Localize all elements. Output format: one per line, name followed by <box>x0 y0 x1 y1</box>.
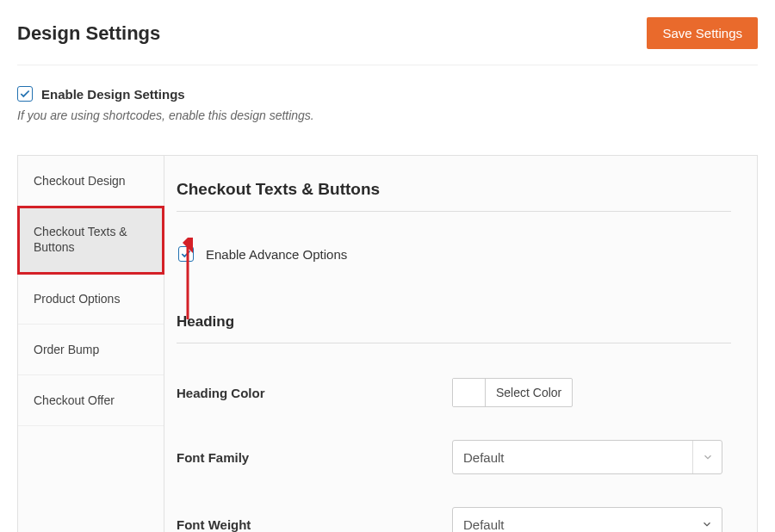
font-family-label: Font Family <box>177 450 452 465</box>
enable-advance-options-checkbox[interactable] <box>178 246 194 262</box>
heading-color-picker[interactable]: Select Color <box>452 378 573 407</box>
sidebar-item-product-options[interactable]: Product Options <box>18 274 164 325</box>
sidebar-item-checkout-offer[interactable]: Checkout Offer <box>18 375 164 426</box>
font-weight-label: Font Weight <box>177 517 452 532</box>
check-icon <box>19 88 31 100</box>
section-title: Checkout Texts & Buttons <box>177 180 731 212</box>
chevron-down-icon <box>692 441 722 473</box>
content-area: Checkout Texts & Buttons Enable Advance … <box>164 156 757 532</box>
settings-sidebar: Checkout Design Checkout Texts & Buttons… <box>18 156 164 532</box>
chevron-down-icon <box>692 508 722 532</box>
font-family-value: Default <box>463 450 505 465</box>
heading-color-label: Heading Color <box>177 386 452 400</box>
font-family-select[interactable]: Default <box>452 440 722 474</box>
select-color-button-label: Select Color <box>486 379 572 406</box>
enable-helper-text: If you are using shortcodes, enable this… <box>17 108 758 122</box>
sidebar-item-order-bump[interactable]: Order Bump <box>18 325 164 375</box>
settings-panel: Checkout Design Checkout Texts & Buttons… <box>17 155 758 532</box>
sidebar-item-checkout-design[interactable]: Checkout Design <box>18 156 164 207</box>
sidebar-item-checkout-texts-buttons[interactable]: Checkout Texts & Buttons <box>18 207 164 273</box>
page-title: Design Settings <box>17 22 160 45</box>
save-settings-button[interactable]: Save Settings <box>647 17 758 49</box>
enable-advance-options-label: Enable Advance Options <box>206 247 347 262</box>
check-icon <box>180 248 192 260</box>
heading-subsection-title: Heading <box>177 313 731 343</box>
font-weight-select[interactable]: Default <box>452 507 722 532</box>
enable-design-settings-checkbox[interactable] <box>17 86 33 102</box>
enable-design-settings-label: Enable Design Settings <box>41 87 185 102</box>
color-swatch <box>453 379 486 406</box>
font-weight-value: Default <box>463 517 505 532</box>
